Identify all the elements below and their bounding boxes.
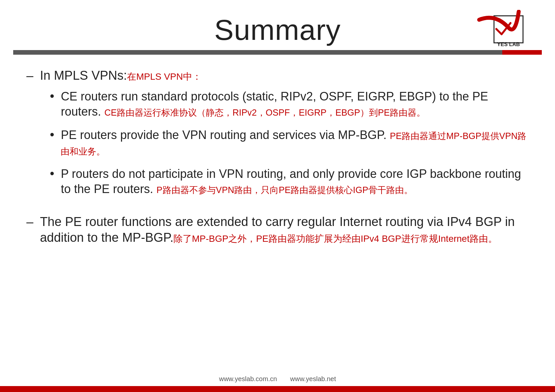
bullet-3: • [50,166,54,182]
dash-item-1: – In MPLS VPNs:在MPLS VPN中： • CE routers … [26,68,529,205]
dash-symbol-2: – [26,215,33,230]
slide-header: Summary YES LAB [0,0,555,50]
divider-red [502,50,542,55]
yeslab-logo: YES LAB [476,10,529,46]
dash-text-2: The PE router functions are extended to … [40,214,529,245]
sub-list-1: • CE routers run standard protocols (sta… [50,89,529,197]
sub-text-1: CE routers run standard protocols (stati… [61,89,529,120]
dash-text-1-black: In MPLS VPNs: [40,69,127,82]
dash-text-1-red: 在MPLS VPN中： [127,71,201,82]
sub-text-3: P routers do not participate in VPN rout… [61,166,529,197]
sub-text-2: PE routers provide the VPN routing and s… [61,127,529,158]
slide-title: Summary [214,13,341,47]
bullet-2: • [50,127,54,143]
footer-links: www.yeslab.com.cn www.yeslab.net [219,375,336,383]
slide: Summary YES LAB – In MPLS VPNs:在MPLS [0,0,555,392]
sub-text-2-red: PE路由器通过MP-BGP提供VPN路由和业务。 [61,131,526,156]
dash-symbol-1: – [26,69,33,84]
dash-item-2: – The PE router functions are extended t… [26,214,529,245]
footer-link-2: www.yeslab.net [290,375,336,383]
footer-bar [0,386,555,392]
footer-link-1: www.yeslab.com.cn [219,375,277,383]
svg-text:YES LAB: YES LAB [497,42,520,46]
bullet-1: • [50,89,54,104]
sub-text-1-red: CE路由器运行标准协议（静态，RIPv2，OSPF，EIGRP，EBGP）到PE… [105,108,426,118]
sub-item-2: • PE routers provide the VPN routing and… [50,127,529,158]
sub-item-1: • CE routers run standard protocols (sta… [50,89,529,120]
divider [13,50,542,55]
sub-item-3: • P routers do not participate in VPN ro… [50,166,529,197]
divider-gray [13,50,502,55]
sub-text-3-red: P路由器不参与VPN路由，只向PE路由器提供核心IGP骨干路由。 [157,185,413,195]
content-area: – In MPLS VPNs:在MPLS VPN中： • CE routers … [0,55,555,261]
dash-text-2-red: 除了MP-BGP之外，PE路由器功能扩展为经由IPv4 BGP进行常规Inter… [173,234,497,244]
